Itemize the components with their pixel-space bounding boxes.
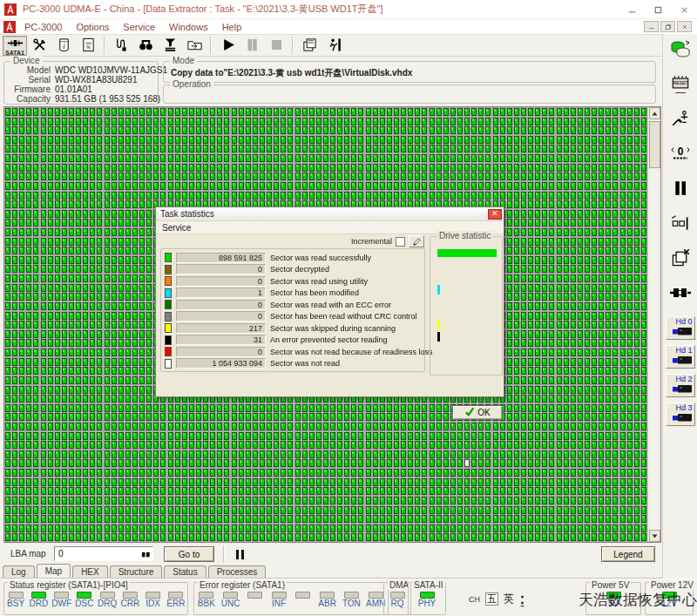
play-icon (220, 37, 236, 54)
DRD-led (31, 592, 46, 599)
stat-label: Sector was not read because of readiness… (270, 348, 433, 356)
copy-windows-button[interactable] (297, 36, 321, 56)
hd-button-hd1[interactable]: Hd 1 (666, 345, 695, 369)
connector-icon (670, 283, 691, 304)
tab-status[interactable]: Status (164, 565, 206, 578)
reset-button[interactable]: RESET▁▁▁ (667, 72, 694, 97)
maximize-button[interactable] (645, 0, 671, 19)
map-scrollbar[interactable] (647, 107, 660, 542)
led-row: BSYDRDDWFDSCDRQCRRIDXERR (4, 592, 187, 608)
hd-button-hd3[interactable]: Hd 3 (666, 403, 695, 426)
incremental-edit-button[interactable] (409, 235, 424, 247)
hd-icon (672, 383, 693, 396)
pause-button[interactable] (667, 177, 694, 201)
dialog-close-button[interactable]: ✕ (488, 209, 502, 220)
stop-icon (268, 37, 285, 54)
mdi-minimize-button[interactable] (644, 21, 659, 32)
tab-structure[interactable]: Structure (110, 565, 163, 578)
close-button[interactable] (671, 0, 697, 19)
task-statistics-table: 898 591 825Sector was read successfully0… (160, 248, 425, 372)
connector-button[interactable] (667, 281, 694, 306)
hd-icon (672, 355, 693, 367)
stat-value: 0 (176, 264, 266, 274)
led-label: DRD (30, 599, 49, 608)
separator (223, 545, 225, 563)
cable-button[interactable] (109, 36, 133, 56)
ABR-led (320, 592, 335, 599)
incremental-checkbox[interactable] (396, 237, 405, 247)
tab-map[interactable]: Map (37, 564, 71, 578)
binoculars-button[interactable] (133, 36, 158, 56)
led-item: INF (268, 592, 289, 608)
goto-button[interactable]: Go to (164, 546, 214, 562)
stat-color-chip (165, 288, 172, 298)
dialog-title: Task statistics (160, 209, 488, 219)
stat-row: 1 054 933 094Sector was not read (165, 358, 423, 370)
ime-menu-icon[interactable] (519, 593, 525, 606)
ime-candidate-box[interactable]: 五 (485, 592, 498, 606)
stat-color-chip (165, 323, 172, 333)
scrollbar-thumb[interactable] (649, 121, 660, 168)
ok-button[interactable]: OK (452, 405, 503, 420)
menu-item-windows[interactable]: Windows (162, 21, 215, 33)
legend-button[interactable]: Legend (601, 546, 655, 562)
device-field-label: Serial (6, 75, 55, 85)
hd-button-hd0[interactable]: Hd 0 (666, 316, 695, 340)
ime-bar[interactable]: CH 五 英 (469, 592, 525, 606)
led-row: RQ (384, 592, 410, 608)
stat-color-chip (165, 276, 172, 286)
ime-lang-label[interactable]: 英 (504, 592, 514, 606)
title-bar: PC-3000 UDMA-E - China - [Data Extractor… (0, 0, 697, 19)
stat-label: Sector has been read without CRC control (270, 312, 423, 321)
tab-processes[interactable]: Processes (208, 565, 267, 578)
stat-label: Sector was read successfully (270, 254, 423, 262)
menu-item-options[interactable]: Options (69, 21, 116, 33)
hd-button-hd2[interactable]: Hd 2 (666, 374, 695, 397)
led-item: DRD (28, 592, 49, 608)
mdi-restore-button[interactable] (660, 21, 675, 32)
scroll-up-button[interactable] (649, 107, 660, 119)
power-plug-button[interactable] (667, 107, 694, 132)
exit-button[interactable] (321, 36, 346, 56)
stat-value: 898 591 825 (176, 253, 266, 263)
map-pause-button[interactable] (232, 547, 247, 561)
close-windows-button[interactable] (667, 247, 694, 271)
sector-test-button[interactable]: 160% (76, 36, 100, 56)
tools-button[interactable] (27, 36, 51, 56)
cable-icon (113, 37, 130, 54)
disk-stack-button[interactable] (667, 37, 694, 62)
lba-picker-icon[interactable] (141, 550, 151, 558)
stat-row: 898 591 825Sector was read successfully (165, 252, 423, 264)
stat-value: 0 (176, 347, 266, 357)
lba-input[interactable]: 0 (54, 546, 153, 561)
stat-label: Sector has been modified (270, 288, 423, 297)
dialog-title-bar[interactable]: Task statistics ✕ (156, 207, 504, 221)
menu-item-help[interactable]: Help (215, 21, 249, 33)
script-info-button[interactable]: i (51, 36, 76, 56)
dialog-menu-service[interactable]: Service (162, 223, 191, 233)
play-button[interactable] (215, 36, 240, 56)
recalibrate-button[interactable]: 0 (667, 142, 694, 166)
menu-item-pc-3000[interactable]: PC-3000 (17, 21, 69, 33)
open-task-button[interactable] (182, 36, 206, 56)
filter-button[interactable] (158, 36, 182, 56)
main-toolbar: SATA1i160% (0, 34, 662, 57)
device-groupbox: Device ModelWDC WD10JMVW-11AJGS1SerialWD… (3, 61, 159, 105)
tab-hex[interactable]: HEX (72, 565, 108, 578)
registers-button[interactable] (667, 212, 694, 236)
scroll-down-button[interactable] (649, 530, 660, 542)
stat-value: 0 (176, 276, 266, 287)
statusbar-group: Error register (SATA1)BBKUNCINFABRTONAMN (193, 582, 389, 615)
DRQ-led (100, 592, 115, 599)
tab-log[interactable]: Log (3, 565, 35, 578)
sata-port-button[interactable]: SATA1 (3, 36, 27, 56)
statusbar-group-title: Status register (SATA1)-[PIO4] (8, 581, 130, 590)
info-row: Device ModelWDC WD10JMVW-11AJGS1SerialWD… (0, 58, 662, 106)
led-item: BSY (5, 592, 26, 608)
statusbar-group-title: Power 5V (590, 581, 631, 590)
hd-button-label: Hd 2 (675, 376, 692, 383)
minimize-button[interactable] (619, 0, 645, 19)
menu-item-service[interactable]: Service (116, 21, 162, 33)
led-item: RQ (387, 592, 408, 608)
mdi-close-button[interactable] (677, 21, 692, 32)
